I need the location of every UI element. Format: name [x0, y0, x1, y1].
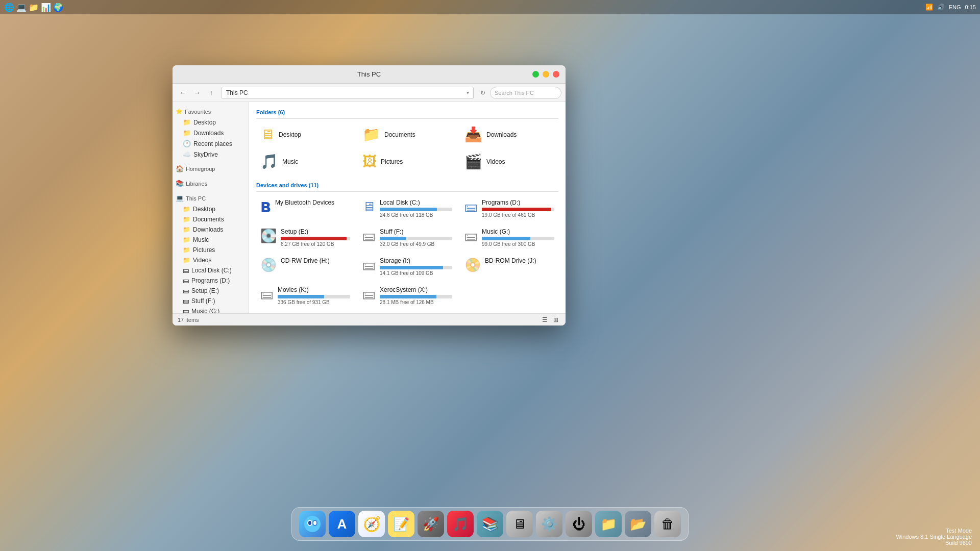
- drive-item-bluetooth[interactable]: 𝗕 My Bluetooth Devices: [256, 196, 354, 221]
- drive-item-c[interactable]: 🖥 Local Disk (C:) 24.6 GB free of 118 GB: [358, 196, 456, 221]
- dock-launchpad[interactable]: 🚀: [418, 511, 444, 537]
- sidebar-downloads2-label: Downloads: [193, 226, 223, 233]
- sidebar-item-programs-d[interactable]: 🖴 Programs (D:): [173, 276, 249, 286]
- cloud-icon: ☁️: [183, 151, 191, 158]
- sidebar-setupe-label: Setup (E:): [191, 287, 219, 294]
- drive-item-h[interactable]: 💿 CD-RW Drive (H:): [256, 254, 354, 279]
- refresh-button[interactable]: ↻: [478, 88, 488, 98]
- drive-item-k[interactable]: 🖴 Movies (K:) 336 GB free of 931 GB: [256, 283, 354, 308]
- grid-view-button[interactable]: ⊞: [551, 315, 560, 324]
- drive-e-name: Setup (E:): [281, 228, 350, 235]
- drive-item-i[interactable]: 🖴 Storage (I:) 14.1 GB free of 109 GB: [358, 254, 456, 279]
- sidebar-pictures-label: Pictures: [193, 246, 215, 254]
- dock-power[interactable]: ⏻: [566, 511, 592, 537]
- sidebar-item-desktop2[interactable]: 📁 Desktop: [173, 204, 249, 214]
- drive-item-f[interactable]: 🖴 Stuff (F:) 32.0 GB free of 49.9 GB: [358, 225, 456, 250]
- downloads-folder-label: Downloads: [486, 131, 517, 138]
- pictures-folder-label: Pictures: [381, 158, 403, 165]
- dock-folder2[interactable]: 📂: [625, 511, 651, 537]
- drive-item-j[interactable]: 📀 BD-ROM Drive (J:): [460, 254, 558, 279]
- drive-i-name: Storage (I:): [380, 257, 452, 264]
- drive-h-icon: 💿: [260, 257, 277, 273]
- address-text: This PC: [226, 89, 248, 96]
- drive-d-bar-container: [482, 208, 554, 211]
- search-box[interactable]: Search This PC: [490, 87, 561, 99]
- maximize-button[interactable]: [532, 71, 539, 78]
- dock-finder[interactable]: [299, 511, 326, 537]
- dock-folder1[interactable]: 📁: [595, 511, 622, 537]
- close-button[interactable]: [553, 71, 559, 78]
- sidebar-item-videos[interactable]: 📁 Videos: [173, 255, 249, 265]
- thispc-label: This PC: [186, 195, 206, 202]
- videos-folder-icon: 🎬: [464, 153, 482, 170]
- drive-item-e[interactable]: 💽 Setup (E:) 6.27 GB free of 120 GB: [256, 225, 354, 250]
- folder-item-pictures[interactable]: 🖼 Pictures: [358, 150, 456, 173]
- dock-settings[interactable]: ⚙️: [536, 511, 562, 537]
- folder-item-desktop[interactable]: 🖥 Desktop: [256, 123, 354, 146]
- drive-icon: 🖴: [183, 287, 189, 294]
- taskbar-icon-ie[interactable]: 🌐: [4, 2, 14, 12]
- forward-button[interactable]: →: [191, 87, 203, 99]
- sidebar-section-thispc[interactable]: 💻 This PC: [173, 192, 249, 204]
- drive-g-free: 99.0 GB free of 300 GB: [482, 241, 554, 247]
- drive-h-info: CD-RW Drive (H:): [281, 257, 350, 264]
- sidebar-item-skydrive[interactable]: ☁️ SkyDrive: [173, 149, 249, 160]
- sidebar-section-homegroup[interactable]: 🏠 Homegroup: [173, 163, 249, 174]
- sidebar-item-downloads[interactable]: 📁 Downloads: [173, 128, 249, 138]
- drive-k-info: Movies (K:) 336 GB free of 931 GB: [278, 286, 350, 305]
- drive-x-bar-container: [380, 295, 452, 298]
- dock-safari[interactable]: 🧭: [358, 511, 385, 537]
- drive-f-bar: [380, 237, 406, 240]
- taskbar-icon-explorer[interactable]: 📁: [29, 2, 39, 12]
- sidebar-item-downloads2[interactable]: 📁 Downloads: [173, 224, 249, 235]
- up-button[interactable]: ↑: [205, 87, 217, 99]
- sidebar-item-stuff-f[interactable]: 🖴 Stuff (F:): [173, 296, 249, 306]
- dock-appstore[interactable]: A: [329, 511, 355, 537]
- folder-item-music[interactable]: 🎵 Music: [256, 150, 354, 173]
- dock-library[interactable]: 📚: [477, 511, 503, 537]
- desktop-folder-icon: 🖥: [260, 126, 275, 143]
- status-bar: 17 items ☰ ⊞: [173, 313, 566, 325]
- bluetooth-info: My Bluetooth Devices: [275, 199, 350, 206]
- folder-item-downloads[interactable]: 📥 Downloads: [460, 123, 558, 146]
- window-body: ⭐ Favourites 📁 Desktop 📁 Downloads 🕐 Rec…: [173, 102, 566, 313]
- address-bar[interactable]: This PC ▾: [222, 87, 474, 99]
- drive-item-d[interactable]: 🖴 Programs (D:) 19.0 GB free of 461 GB: [460, 196, 558, 221]
- sidebar-item-setup-e[interactable]: 🖴 Setup (E:): [173, 286, 249, 296]
- sidebar-item-pictures[interactable]: 📁 Pictures: [173, 245, 249, 255]
- system-info: Test Mode Windows 8.1 Single Language Bu…: [896, 528, 972, 546]
- sidebar-item-local-c[interactable]: 🖴 Local Disk (C:): [173, 265, 249, 276]
- drive-k-bar: [278, 295, 324, 298]
- drive-e-icon: 💽: [260, 228, 277, 244]
- taskbar-icon-chrome[interactable]: 🌍: [53, 2, 63, 12]
- taskbar-icon-pc[interactable]: 💻: [16, 2, 27, 12]
- list-view-button[interactable]: ☰: [540, 315, 549, 324]
- drive-h-name: CD-RW Drive (H:): [281, 257, 350, 264]
- documents-folder-icon: 📁: [362, 126, 380, 143]
- drive-e-info: Setup (E:) 6.27 GB free of 120 GB: [281, 228, 350, 247]
- drive-item-g[interactable]: 🖴 Music (G:) 99.0 GB free of 300 GB: [460, 225, 558, 250]
- sidebar-item-recent[interactable]: 🕐 Recent places: [173, 138, 249, 149]
- system-info-line3: Build 9600: [896, 540, 972, 546]
- dock-notes[interactable]: 📝: [388, 511, 414, 537]
- folder-item-documents[interactable]: 📁 Documents: [358, 123, 456, 146]
- dock-trash[interactable]: 🗑: [654, 511, 681, 537]
- drive-item-x[interactable]: 🖴 XerocSystem (X:) 28.1 MB free of 126 M…: [358, 283, 456, 308]
- sidebar-item-music[interactable]: 📁 Music: [173, 235, 249, 245]
- star-icon: ⭐: [176, 108, 183, 115]
- taskbar-icon-excel[interactable]: 📊: [41, 2, 51, 12]
- folder-item-videos[interactable]: 🎬 Videos: [460, 150, 558, 173]
- drive-d-name: Programs (D:): [482, 199, 554, 206]
- back-button[interactable]: ←: [177, 87, 189, 99]
- documents-folder-label: Documents: [384, 131, 415, 138]
- sidebar-item-desktop[interactable]: 📁 Desktop: [173, 117, 249, 128]
- window-titlebar: This PC: [173, 65, 566, 84]
- drive-j-name: BD-ROM Drive (J:): [485, 257, 554, 264]
- sidebar-item-music-g[interactable]: 🖴 Music (G:): [173, 306, 249, 313]
- sidebar-section-favourites[interactable]: ⭐ Favourites: [173, 106, 249, 117]
- minimize-button[interactable]: [543, 71, 549, 78]
- dock-finder2[interactable]: 🖥: [506, 511, 533, 537]
- sidebar-item-documents[interactable]: 📁 Documents: [173, 214, 249, 224]
- dock-music[interactable]: 🎵: [447, 511, 474, 537]
- sidebar-section-libraries[interactable]: 📚 Libraries: [173, 178, 249, 189]
